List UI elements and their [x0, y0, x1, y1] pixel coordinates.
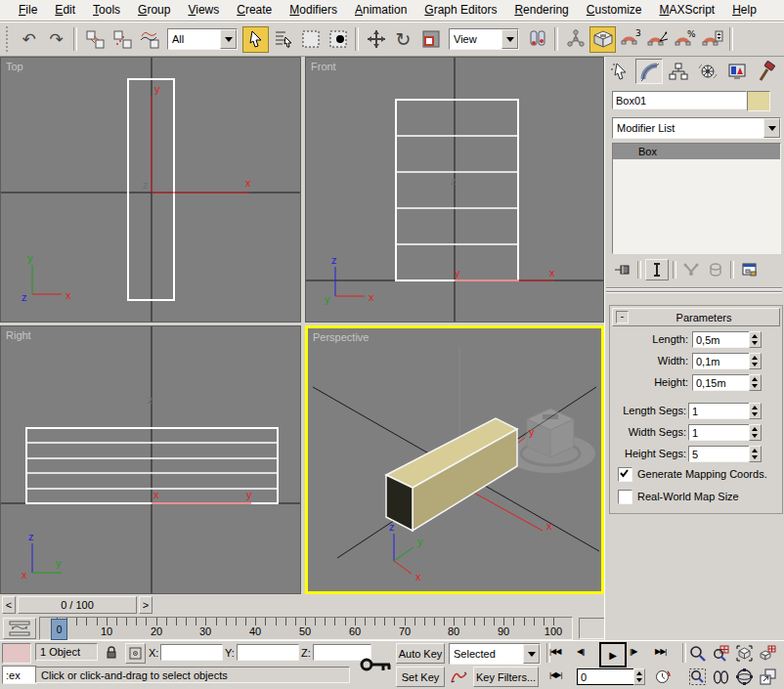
angle-snap-angle-button[interactable] — [644, 26, 671, 53]
reference-coordinate-dropdown[interactable]: View — [449, 28, 519, 50]
tab-modify[interactable] — [635, 59, 663, 84]
menu-group[interactable]: Group — [129, 0, 179, 21]
menu-customize[interactable]: Customize — [578, 0, 651, 21]
zoom-extents-all-button[interactable] — [757, 642, 779, 664]
select-and-link-button[interactable] — [81, 26, 108, 53]
menu-tools[interactable]: Tools — [84, 0, 129, 21]
height-field[interactable]: 0,15m — [692, 374, 751, 391]
height-segs-field[interactable]: 5 — [688, 446, 751, 462]
rollout-collapse-button[interactable]: - — [616, 311, 629, 323]
set-key-button[interactable]: Set Key — [396, 667, 445, 687]
pin-stack-button[interactable] — [612, 260, 633, 280]
show-end-result-button[interactable] — [645, 259, 669, 280]
select-and-manipulate-button[interactable] — [562, 26, 588, 53]
modifier-list-arrow[interactable] — [763, 118, 780, 138]
real-world-checkbox[interactable] — [618, 490, 632, 504]
menu-views[interactable]: Views — [179, 0, 228, 21]
time-slider-value[interactable]: 0 / 100 — [18, 596, 137, 614]
width-segs-field[interactable]: 1 — [688, 424, 751, 441]
viewport-front[interactable]: Front y x z z x y — [305, 57, 604, 323]
key-mode-toggle[interactable]: |◀▶| — [549, 670, 561, 679]
select-and-move-button[interactable] — [363, 26, 389, 53]
menu-file[interactable]: File — [10, 0, 46, 21]
time-slider-handle[interactable]: 0 — [51, 619, 67, 640]
maxscript-mini-listener[interactable]: :ex — [2, 666, 37, 684]
selection-set-arrow[interactable] — [523, 644, 540, 664]
reference-coordinate-arrow[interactable] — [501, 29, 518, 49]
tab-utilities[interactable] — [753, 59, 780, 84]
time-slider-forward-button[interactable]: > — [139, 596, 152, 614]
spinner-snap-button[interactable] — [699, 26, 725, 53]
percent-snap-button[interactable]: % — [672, 26, 698, 53]
y-coord-field[interactable] — [237, 644, 299, 661]
select-and-scale-button[interactable] — [417, 26, 444, 53]
tab-motion[interactable] — [694, 59, 721, 84]
absolute-offset-toggle[interactable] — [125, 643, 146, 664]
menu-create[interactable]: Create — [228, 0, 281, 21]
object-color-swatch[interactable] — [747, 91, 770, 111]
menu-maxscript[interactable]: MAXScript — [651, 0, 724, 21]
unlink-selection-button[interactable] — [109, 26, 135, 53]
maxscript-mini-listener-pink[interactable] — [2, 643, 31, 664]
maximize-viewport-toggle-button[interactable] — [757, 666, 779, 687]
track-bar[interactable]: 0 10 20 30 40 50 60 70 80 90 100 0 — [39, 617, 573, 640]
go-to-end-button[interactable]: ▶▶| — [655, 647, 666, 656]
modifier-stack[interactable]: Box — [612, 143, 781, 254]
tab-display[interactable] — [723, 59, 751, 84]
width-spinner[interactable] — [749, 353, 762, 369]
object-name-field[interactable]: Box01 — [612, 91, 747, 109]
key-filters-button[interactable]: Key Filters... — [473, 667, 539, 687]
length-field[interactable]: 0,5m — [692, 331, 751, 348]
selection-lock-toggle[interactable] — [102, 642, 121, 662]
go-to-start-button[interactable]: |◀◀ — [549, 647, 560, 656]
current-frame-field[interactable]: 0 — [577, 668, 639, 685]
configure-modifier-sets-button[interactable] — [738, 260, 762, 280]
undo-button[interactable]: ↶ — [16, 26, 42, 53]
time-slider-track[interactable]: < 0 / 100 > — [0, 594, 604, 616]
remove-modifier-button[interactable] — [705, 260, 726, 280]
open-mini-curve-editor-button[interactable] — [3, 618, 36, 639]
bind-to-space-warp-button[interactable] — [136, 26, 162, 53]
x-coord-field[interactable] — [160, 644, 223, 661]
toolbar-grip[interactable] — [6, 26, 12, 52]
set-keys-button[interactable] — [358, 643, 395, 686]
height-spinner[interactable] — [749, 374, 762, 391]
length-segs-spinner[interactable] — [749, 403, 762, 419]
menu-modifiers[interactable]: Modifiers — [281, 0, 346, 21]
use-pivot-center-button[interactable] — [524, 26, 550, 53]
menu-rendering[interactable]: Rendering — [505, 0, 577, 21]
menu-help[interactable]: Help — [723, 0, 765, 21]
width-field[interactable]: 0,1m — [692, 353, 751, 369]
make-unique-button[interactable] — [680, 260, 702, 280]
generate-mapping-checkbox[interactable] — [618, 467, 632, 482]
previous-frame-button[interactable]: ◀|| — [577, 647, 584, 656]
menu-edit[interactable]: Edit — [46, 0, 84, 21]
angle-snap-toggle-button[interactable]: 3 — [617, 26, 643, 53]
modifier-list-dropdown[interactable]: Modifier List — [612, 117, 781, 139]
zoom-extents-button[interactable] — [733, 642, 756, 664]
auto-key-button[interactable]: Auto Key — [396, 643, 445, 664]
height-segs-spinner[interactable] — [749, 446, 762, 462]
parameters-rollout-header[interactable]: - Parameters — [612, 308, 780, 326]
tab-hierarchy[interactable] — [665, 59, 692, 84]
selection-set-dropdown[interactable]: Selected — [449, 643, 541, 665]
select-object-button[interactable] — [242, 26, 269, 53]
rectangular-selection-region-button[interactable] — [297, 26, 324, 53]
box-object[interactable] — [386, 418, 517, 531]
viewport-perspective[interactable]: Perspective y x z y x — [305, 325, 604, 594]
time-slider-back-button[interactable]: < — [2, 596, 16, 614]
arc-rotate-button[interactable] — [733, 666, 756, 687]
play-button[interactable]: ▶ — [599, 642, 627, 667]
next-frame-button[interactable]: ||▶ — [630, 647, 636, 656]
select-and-rotate-button[interactable]: ↻ — [390, 26, 416, 53]
pan-view-button[interactable] — [710, 666, 732, 687]
window-crossing-toggle-button[interactable] — [325, 26, 351, 53]
tab-create[interactable] — [606, 59, 633, 84]
zoom-region-button[interactable] — [686, 666, 709, 687]
length-spinner[interactable] — [749, 331, 762, 348]
zoom-button[interactable] — [686, 642, 709, 664]
redo-button[interactable]: ↷ — [43, 26, 69, 53]
width-segs-spinner[interactable] — [749, 424, 762, 441]
snaps-toggle-button[interactable] — [589, 26, 616, 53]
modifier-stack-item-box[interactable]: Box — [613, 144, 780, 159]
